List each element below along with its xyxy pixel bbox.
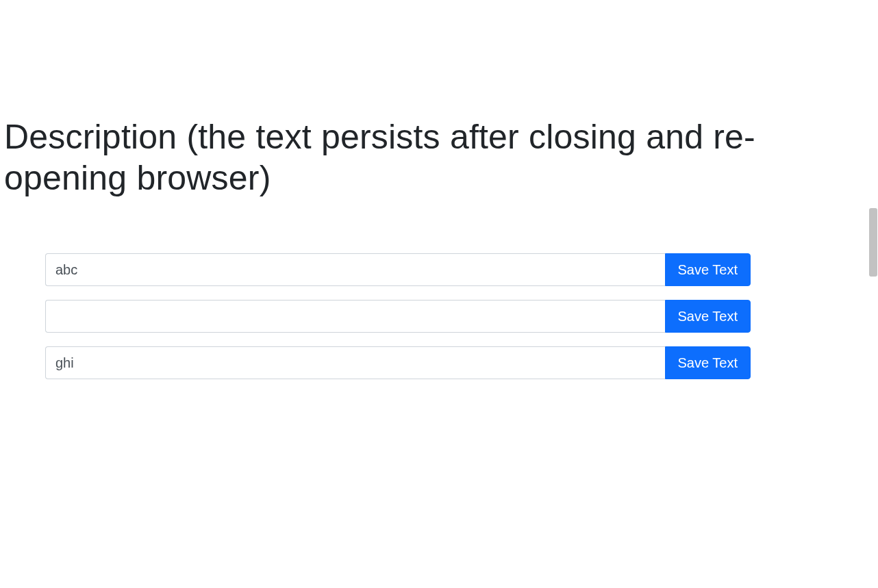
form-area: Save Text Save Text Save Text <box>4 253 864 379</box>
text-input-2[interactable] <box>45 300 665 333</box>
scrollbar-track[interactable] <box>867 0 878 588</box>
save-text-button-2[interactable]: Save Text <box>665 300 751 333</box>
text-input-3[interactable] <box>45 346 665 379</box>
input-row-3: Save Text <box>45 346 751 379</box>
save-text-button-3[interactable]: Save Text <box>665 346 751 379</box>
input-row-1: Save Text <box>45 253 751 286</box>
input-row-2: Save Text <box>45 300 751 333</box>
text-input-1[interactable] <box>45 253 665 286</box>
page-heading: Description (the text persists after clo… <box>4 116 864 199</box>
save-text-button-1[interactable]: Save Text <box>665 253 751 286</box>
scrollbar-thumb[interactable] <box>869 208 877 277</box>
